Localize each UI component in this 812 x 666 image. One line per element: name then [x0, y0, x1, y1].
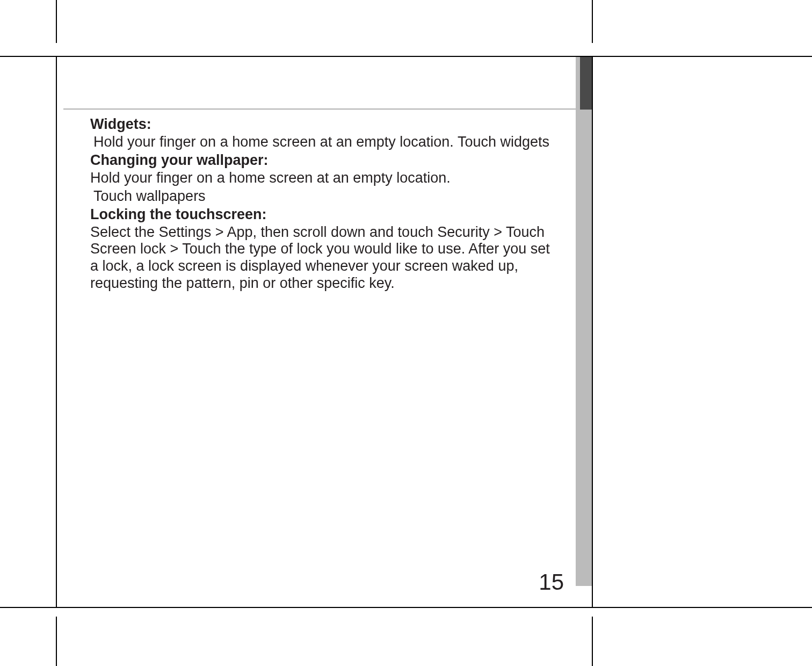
cropmark-horizontal	[0, 56, 56, 57]
side-tab-dark	[580, 57, 592, 110]
body-lock: Select the Settings > App, then scroll d…	[90, 224, 554, 292]
cropmark-vertical	[592, 617, 593, 666]
page-frame: Widgets: Hold your finger on a home scre…	[56, 56, 593, 608]
side-tab	[576, 57, 592, 586]
cropmark-vertical	[56, 0, 57, 43]
cropmark-horizontal	[0, 607, 56, 608]
heading-lock: Locking the touchscreen:	[90, 206, 554, 223]
cropmark-vertical	[592, 0, 593, 43]
page-number: 15	[539, 569, 564, 595]
page-content: Widgets: Hold your finger on a home scre…	[57, 57, 576, 607]
body-wallpaper-1: Hold your finger on a home screen at an …	[90, 170, 554, 187]
heading-widgets: Widgets:	[90, 116, 554, 133]
page-stage: Widgets: Hold your finger on a home scre…	[0, 0, 812, 666]
body-wallpaper-2: Touch wallpapers	[90, 188, 554, 205]
heading-wallpaper: Changing your wallpaper:	[90, 152, 554, 169]
body-widgets: Hold your finger on a home screen at an …	[90, 134, 554, 151]
cropmark-horizontal	[593, 56, 812, 57]
cropmark-vertical	[56, 617, 57, 666]
cropmark-horizontal	[593, 607, 812, 608]
